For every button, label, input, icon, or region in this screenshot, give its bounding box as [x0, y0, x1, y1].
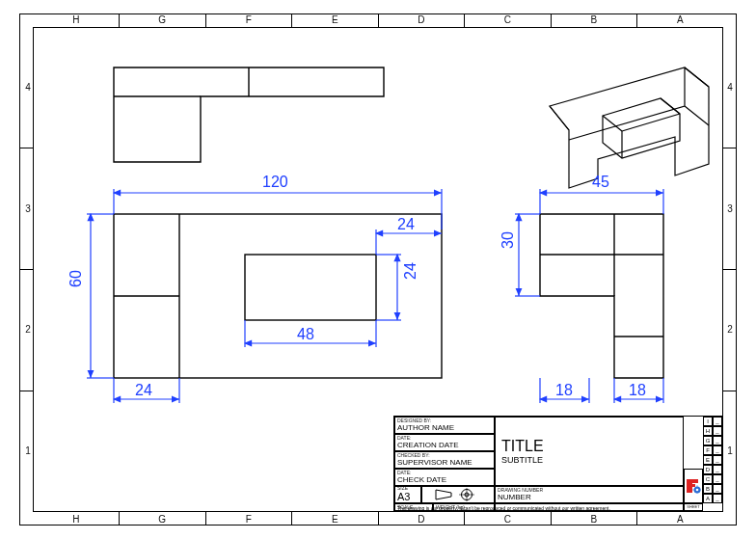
- rev-letter-G: G: [703, 436, 713, 445]
- rev-letter-H: H: [703, 426, 713, 436]
- zone-bottom-A: A: [673, 514, 687, 525]
- zone-left-4: 4: [21, 82, 35, 93]
- zone-top-F: F: [242, 14, 256, 25]
- rev-letter-F: F: [703, 445, 713, 455]
- rev-letter-E: E: [703, 455, 713, 465]
- drawing-number-cell: DRAWING NUMBER NUMBER: [495, 486, 684, 503]
- title-cell: TITLE SUBTITLE: [495, 417, 684, 486]
- zone-right-2: 2: [723, 324, 737, 335]
- rev-dash-A: _: [713, 494, 722, 503]
- zone-top-E: E: [328, 14, 341, 25]
- tick-v: [636, 512, 637, 526]
- dim-24-off: 24: [397, 216, 415, 233]
- dim-48: 48: [297, 326, 314, 343]
- zone-top-B: B: [587, 14, 601, 25]
- dim-120: 120: [262, 174, 288, 191]
- designed-by-cell: DESIGNED BY: AUTHOR NAME: [394, 417, 495, 434]
- tick-v: [464, 13, 465, 27]
- center-mark: [723, 269, 737, 270]
- rev-dash-I: _: [713, 417, 722, 426]
- tick-v: [464, 512, 465, 526]
- creation-date-cell: DATE: CREATION DATE: [394, 434, 495, 451]
- zone-right-4: 4: [723, 82, 737, 93]
- dim-30: 30: [500, 231, 517, 249]
- tick-v: [291, 512, 292, 526]
- drawing-subtitle: SUBTITLE: [501, 455, 677, 465]
- dim-45: 45: [592, 174, 609, 191]
- rev-dash-H: _: [713, 426, 722, 436]
- zone-bottom-C: C: [500, 514, 514, 525]
- disclaimer-text: This drawing is our property; it can't b…: [397, 505, 610, 511]
- zone-right-1: 1: [723, 445, 737, 456]
- svg-marker-0: [436, 490, 451, 499]
- rev-letter-D: D: [703, 465, 713, 474]
- rev-dash-C: _: [713, 474, 722, 484]
- center-mark: [19, 269, 33, 270]
- supervisor-name: SUPERVISOR NAME: [397, 458, 492, 468]
- tick-v: [205, 512, 206, 526]
- zone-top-A: A: [673, 14, 687, 25]
- dim-18b: 18: [629, 382, 646, 399]
- tick-h: [19, 148, 33, 148]
- creation-date: CREATION DATE: [397, 441, 492, 450]
- zone-bottom-B: B: [587, 514, 601, 525]
- author-name: AUTHOR NAME: [397, 423, 492, 433]
- dim-18a: 18: [555, 382, 573, 399]
- zone-left-2: 2: [21, 324, 35, 335]
- tick-v: [119, 13, 120, 27]
- projection-symbol-cell: [421, 486, 495, 503]
- tick-v: [636, 13, 637, 27]
- center-mark: [378, 13, 379, 27]
- zone-bottom-G: G: [155, 514, 169, 525]
- dim-60: 60: [68, 270, 85, 287]
- zone-bottom-E: E: [328, 514, 341, 525]
- check-date: CHECK DATE: [397, 475, 492, 485]
- freecad-logo-icon: [686, 478, 701, 494]
- rev-dash-F: _: [713, 445, 722, 455]
- sheet-label: SHEET: [687, 505, 699, 509]
- zone-top-H: H: [69, 14, 83, 25]
- rev-letter-I: I: [703, 417, 713, 426]
- drawing-sheet: { "xL":34,"xR":750,"yT":28,"yB":531, "ou…: [0, 0, 756, 539]
- svg-rect-6: [687, 479, 698, 483]
- rev-dash-E: _: [713, 455, 722, 465]
- tick-v: [205, 13, 206, 27]
- zone-left-3: 3: [21, 203, 35, 214]
- dim-24-notch: 24: [135, 382, 152, 399]
- size-cell: SIZE A3: [394, 486, 421, 503]
- tick-h: [723, 148, 737, 148]
- rev-dash-D: _: [713, 465, 722, 474]
- zone-top-D: D: [415, 14, 428, 25]
- tick-v: [119, 512, 120, 526]
- zone-top-G: G: [155, 14, 169, 25]
- zone-bottom-H: H: [69, 514, 83, 525]
- zone-top-C: C: [500, 14, 514, 25]
- rev-dash-G: _: [713, 436, 722, 445]
- dim-24-h: 24: [402, 262, 419, 280]
- zone-bottom-F: F: [242, 514, 256, 525]
- svg-point-9: [696, 489, 699, 492]
- zone-left-1: 1: [21, 445, 35, 456]
- center-mark: [378, 512, 379, 526]
- rev-letter-C: C: [703, 474, 713, 484]
- sheet-cell: SHEET: [684, 503, 703, 511]
- zone-right-3: 3: [723, 203, 737, 214]
- projection-symbol-icon: [434, 488, 482, 501]
- check-date-cell: DATE: CHECK DATE: [394, 469, 495, 486]
- zone-bottom-D: D: [415, 514, 428, 525]
- checked-by-cell: CHECKED BY: SUPERVISOR NAME: [394, 451, 495, 469]
- tick-v: [551, 13, 552, 27]
- tick-v: [291, 13, 292, 27]
- title-block: DESIGNED BY: AUTHOR NAME DATE: CREATION …: [393, 416, 723, 512]
- tick-h: [723, 391, 737, 391]
- drawing-title: TITLE: [501, 438, 677, 455]
- logo-cell: [684, 469, 703, 503]
- drawing-number: NUMBER: [498, 493, 681, 502]
- rev-dash-B: _: [713, 484, 722, 494]
- tick-v: [551, 512, 552, 526]
- rev-letter-B: B: [703, 484, 713, 494]
- tick-h: [19, 391, 33, 391]
- svg-rect-7: [687, 484, 695, 487]
- rev-letter-A: A: [703, 494, 713, 503]
- size-value: A3: [397, 491, 418, 503]
